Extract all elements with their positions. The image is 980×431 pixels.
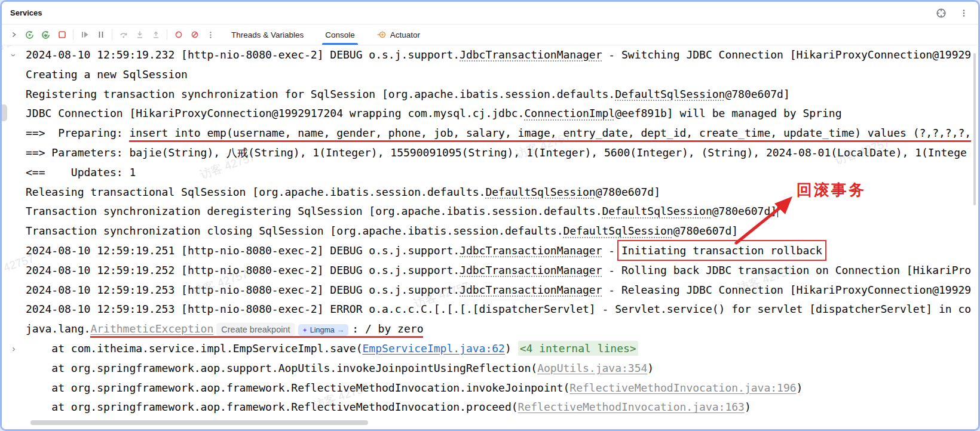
log-text: - Switching JDBC Connection [HikariProxy…: [602, 48, 972, 61]
log-line: Transaction synchronization closing SqlS…: [2, 221, 978, 241]
log-line: at org.springframework.aop.framework.Ref…: [2, 398, 978, 417]
log-text: - Releasing JDBC Connection [HikariProxy…: [602, 284, 972, 296]
toolbar-separator: [112, 29, 112, 40]
tab-label: Threads & Variables: [231, 30, 304, 39]
log-line: 2024-08-10 12:59:19.252 [http-nio-8080-e…: [2, 261, 978, 281]
step-out-icon[interactable]: [148, 27, 164, 42]
log-line: Creating a new SqlSession: [2, 65, 978, 85]
exception-link[interactable]: ArithmeticException: [90, 322, 213, 335]
log-text: Transaction synchronization deregisterin…: [26, 205, 602, 217]
log-text: at org.springframework.aop.framework.Ref…: [26, 401, 518, 413]
debug-toolbar: Threads & Variables Console Actuator: [2, 24, 978, 45]
tab-threads-variables[interactable]: Threads & Variables: [229, 24, 305, 45]
log-text: ): [647, 362, 654, 374]
log-line: 2024-08-10 12:59:19.251 [http-nio-8080-e…: [2, 241, 978, 261]
log-text: 2024-08-10 12:59:19.252 [http-nio-8080-e…: [26, 264, 460, 276]
debugger-tabs: Threads & Variables Console Actuator: [229, 24, 422, 45]
log-text: at com.itheima.service.impl.EmpServiceIm…: [26, 342, 363, 355]
tab-actuator[interactable]: Actuator: [375, 24, 422, 45]
mute-breakpoints-icon[interactable]: [186, 27, 203, 42]
horizontal-scrollbar-thumb[interactable]: [30, 420, 368, 425]
log-text: JDBC Connection [HikariProxyConnection@1…: [26, 107, 524, 119]
view-breakpoints-icon[interactable]: [170, 27, 186, 42]
actuator-icon: [376, 30, 386, 39]
log-text: java.lang.: [26, 322, 90, 335]
services-tool-window: Services: [0, 0, 980, 431]
class-link[interactable]: DefaultSqlSession: [563, 224, 673, 237]
resume-button[interactable]: [76, 27, 93, 42]
log-text: ): [797, 381, 803, 394]
expand-chevron-icon[interactable]: [5, 27, 22, 42]
rerun-button[interactable]: [22, 27, 38, 42]
log-line: at org.springframework.aop.framework.Ref…: [2, 378, 978, 398]
step-over-icon[interactable]: [115, 27, 131, 42]
red-underline-group: ArithmeticExceptionCreate breakpoint✦Lin…: [90, 322, 423, 338]
class-link[interactable]: JdbcTransactionManager: [460, 48, 602, 61]
log-line: Transaction synchronization deregisterin…: [2, 202, 978, 221]
log-text: at org.springframework.aop.support.AopUt…: [26, 362, 537, 374]
class-link[interactable]: ConnectionImpl: [524, 107, 615, 119]
log-line: ==> Preparing: insert into emp(username,…: [2, 124, 978, 143]
rollback-annotation-label: 回滚事务: [797, 180, 866, 201]
log-text: @780e607d]: [596, 186, 660, 198]
log-text: @780e607d]: [725, 88, 789, 100]
log-text: 2024-08-10 12:59:19.253 [http-nio-8080-e…: [26, 303, 971, 315]
log-line: Registering transaction synchronization …: [2, 85, 978, 104]
source-link[interactable]: ReflectiveMethodInvocation.java:163: [518, 401, 745, 413]
log-text: Registering transaction synchronization …: [26, 88, 615, 100]
log-line: › at com.itheima.service.impl.EmpService…: [2, 339, 978, 359]
log-text: at org.springframework.aop.framework.Ref…: [26, 381, 569, 394]
log-text: ): [505, 342, 518, 355]
class-link[interactable]: JdbcTransactionManager: [460, 284, 602, 296]
fold-arrow-icon[interactable]: ›: [4, 49, 24, 61]
titlebar-actions: [935, 7, 970, 19]
lingma-badge[interactable]: ✦Lingma→: [298, 324, 349, 336]
tab-label: Actuator: [390, 30, 420, 39]
source-link[interactable]: ReflectiveMethodInvocation.java:196: [569, 381, 796, 394]
source-link[interactable]: AopUtils.java:354: [537, 362, 647, 374]
red-arrow-annotation: [728, 190, 803, 247]
internal-lines-badge: <4 internal lines>: [518, 341, 638, 356]
log-text: ==> Preparing:: [26, 127, 129, 139]
lingma-icon: ✦: [302, 327, 308, 334]
window-title: Services: [10, 8, 42, 17]
pause-button[interactable]: [93, 27, 109, 42]
expand-chevron-icon[interactable]: ›: [8, 339, 20, 359]
log-text: 2024-08-10 12:59:19.253 [http-nio-8080-e…: [26, 284, 460, 296]
create-breakpoint-button[interactable]: Create breakpoint: [216, 323, 295, 336]
more-vertical-icon[interactable]: [958, 7, 970, 19]
log-line: JDBC Connection [HikariProxyConnection@1…: [2, 104, 978, 124]
log-text: <== Updates: 1: [26, 166, 136, 178]
log-text: @eef891b] will be managed by Spring: [615, 107, 841, 119]
class-link[interactable]: DefaultSqlSession: [485, 186, 595, 198]
log-text: Releasing transactional SqlSession [org.…: [26, 186, 485, 198]
console-output: ›2024-08-10 12:59:19.232 [http-nio-8080-…: [2, 44, 978, 429]
log-text: 2024-08-10 12:59:19.251 [http-nio-8080-e…: [26, 244, 460, 257]
log-line: ==> Parameters: bajie(String), 八戒(String…: [2, 143, 978, 163]
log-text: 2024-08-10 12:59:19.232 [http-nio-8080-e…: [26, 48, 460, 61]
more-vertical-icon[interactable]: [203, 27, 219, 42]
sql-statement: insert into emp(username, name, gender, …: [129, 127, 971, 139]
gutter-change-marker: [2, 104, 7, 121]
class-link[interactable]: DefaultSqlSession: [602, 205, 712, 217]
log-text: -: [602, 244, 622, 257]
exception-message: : / by zero: [352, 322, 423, 335]
stop-button[interactable]: [54, 27, 70, 42]
tab-console[interactable]: Console: [323, 24, 357, 45]
toolbar-separator: [73, 29, 74, 40]
lingma-label: Lingma: [310, 326, 335, 334]
log-text: Transaction synchronization closing SqlS…: [26, 224, 563, 237]
tab-label: Console: [325, 30, 355, 39]
source-link[interactable]: EmpServiceImpl.java:62: [363, 342, 505, 355]
rerun-debug-button[interactable]: [38, 27, 54, 42]
step-into-icon[interactable]: [131, 27, 148, 42]
red-underline-group: insert into emp(username, name, gender, …: [129, 127, 971, 142]
log-text: - Rolling back JDBC transaction on Conne…: [602, 264, 972, 276]
class-link[interactable]: JdbcTransactionManager: [460, 244, 602, 257]
target-icon[interactable]: [935, 7, 947, 19]
class-link[interactable]: JdbcTransactionManager: [460, 264, 602, 276]
vertical-scrollbar-thumb[interactable]: [973, 53, 976, 205]
titlebar: Services: [2, 2, 978, 24]
log-text: Creating a new SqlSession: [26, 68, 188, 81]
class-link[interactable]: DefaultSqlSession: [615, 88, 725, 100]
